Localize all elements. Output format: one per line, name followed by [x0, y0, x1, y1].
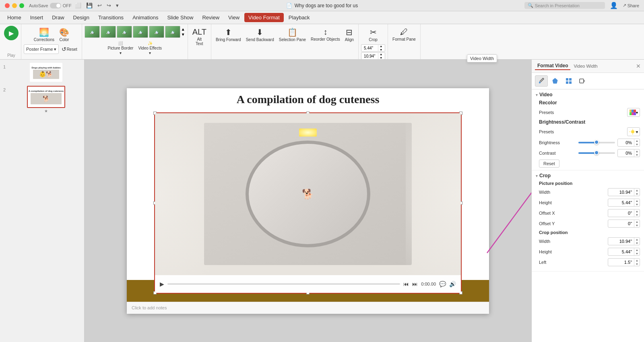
video-style-6[interactable]: [165, 26, 180, 38]
close-button[interactable]: [5, 3, 10, 8]
video-prev[interactable]: ▲: [181, 27, 185, 31]
captions-button[interactable]: 💬: [439, 281, 446, 287]
slide-thumb-2[interactable]: 2 A compilation of dog cuteness 🐕 ★: [3, 86, 81, 113]
panel-icon-brush[interactable]: [535, 75, 548, 87]
video-container[interactable]: 🐕 ▶: [154, 112, 462, 294]
autosave-toggle[interactable]: [50, 3, 61, 8]
alt-text-button[interactable]: ALT Alt Text: [190, 26, 208, 48]
crop-pos-width-input[interactable]: 10.94" ▲ ▼: [608, 237, 640, 245]
video-style-2[interactable]: [101, 26, 116, 38]
panel-tab-format-video[interactable]: Format Video: [535, 62, 570, 70]
pic-height-down[interactable]: ▼: [634, 203, 640, 206]
poster-frame-button[interactable]: Poster Frame ▾: [24, 44, 59, 54]
menu-home[interactable]: Home: [3, 13, 25, 22]
brightness-down[interactable]: ▼: [634, 143, 640, 146]
brightness-slider-track[interactable]: [578, 142, 615, 143]
crop-height-down[interactable]: ▼: [378, 56, 384, 60]
share-button[interactable]: ↗ Share: [623, 3, 639, 8]
video-style-1[interactable]: [85, 26, 100, 38]
crop-width-input[interactable]: 5.44" ▲ ▼: [361, 44, 385, 52]
crop-width-down[interactable]: ▼: [378, 48, 384, 52]
panel-icon-video[interactable]: [576, 75, 589, 87]
reset-button[interactable]: ↺ Reset: [60, 44, 79, 54]
selection-pane-button[interactable]: 📋 Selection Pane: [277, 26, 308, 44]
offset-y-input[interactable]: 0" ▲ ▼: [608, 220, 640, 228]
crop-left-down[interactable]: ▼: [634, 262, 640, 266]
slide-title[interactable]: A compilation of dog cuteness: [127, 93, 489, 106]
crop-pos-height-down[interactable]: ▼: [634, 252, 640, 255]
offset-x-down[interactable]: ▼: [634, 213, 640, 217]
fullscreen-button[interactable]: [19, 3, 24, 8]
undo-icon[interactable]: ↩: [97, 2, 102, 8]
align-button[interactable]: ⊟ Align: [343, 26, 356, 44]
panel-icon-grid[interactable]: [562, 75, 575, 87]
crop-height-up[interactable]: ▲: [378, 52, 384, 56]
notes-area[interactable]: Click to add notes: [127, 302, 489, 314]
volume-button[interactable]: 🔊: [449, 281, 456, 287]
menu-insert[interactable]: Insert: [26, 13, 47, 22]
more-icon[interactable]: ▾: [116, 2, 119, 8]
contrast-down[interactable]: ▼: [634, 153, 640, 157]
menu-animations[interactable]: Animations: [128, 13, 162, 22]
video-style-4[interactable]: [133, 26, 148, 38]
crop-pos-width-down[interactable]: ▼: [634, 241, 640, 245]
slide-thumb-img-2[interactable]: A compilation of dog cuteness 🐕: [27, 86, 65, 108]
offset-x-input[interactable]: 0" ▲ ▼: [608, 209, 640, 217]
video-next[interactable]: ▼: [181, 32, 185, 37]
offset-x-up[interactable]: ▲: [634, 209, 640, 213]
minimize-button[interactable]: [12, 3, 17, 8]
panel-close-button[interactable]: ✕: [636, 63, 641, 69]
bc-presets-button[interactable]: ▾: [627, 127, 640, 136]
slide-thumb-img-1[interactable]: Dogs playing with babies 👶🐕: [30, 63, 62, 82]
redo-icon[interactable]: ↪: [107, 2, 111, 8]
menu-slideshow[interactable]: Slide Show: [163, 13, 197, 22]
brightness-slider-thumb[interactable]: [594, 140, 599, 145]
color-button[interactable]: 🎨 Color: [57, 26, 71, 44]
pic-width-input[interactable]: 10.94" ▲ ▼: [608, 188, 640, 196]
next-frame-button[interactable]: ⏭: [412, 281, 418, 287]
crop-section-header[interactable]: ▾ Crop: [536, 173, 640, 178]
contrast-slider-thumb[interactable]: [594, 150, 599, 155]
crop-pos-height-input[interactable]: 5.44" ▲ ▼: [608, 248, 640, 256]
search-box[interactable]: 🔍 Search in Presentation: [524, 2, 605, 9]
video-section-header[interactable]: ▾ Video: [536, 92, 640, 97]
format-pane-button[interactable]: 🖊 Format Pane: [390, 26, 418, 43]
pic-height-up[interactable]: ▲: [634, 199, 640, 203]
pic-width-down[interactable]: ▼: [634, 192, 640, 196]
contrast-input[interactable]: 0% ▲ ▼: [617, 149, 640, 157]
slide-canvas[interactable]: A compilation of dog cuteness: [127, 88, 489, 314]
menu-draw[interactable]: Draw: [48, 13, 68, 22]
video-style-3[interactable]: [117, 26, 132, 38]
menu-view[interactable]: View: [224, 13, 244, 22]
panel-tab-video-width[interactable]: Video Width: [572, 63, 599, 69]
video-style-5[interactable]: [149, 26, 164, 38]
prev-frame-button[interactable]: ⏮: [403, 281, 409, 287]
menu-design[interactable]: Design: [69, 13, 93, 22]
corrections-button[interactable]: 🌅 Corrections: [32, 26, 56, 44]
menu-transitions[interactable]: Transitions: [94, 13, 128, 22]
crop-left-input[interactable]: 1.5" ▲ ▼: [608, 258, 640, 266]
crop-left-up[interactable]: ▲: [634, 259, 640, 262]
pic-height-input[interactable]: 5.44" ▲ ▼: [608, 199, 640, 207]
crop-width-up[interactable]: ▲: [378, 44, 384, 48]
bring-forward-button[interactable]: ⬆ Bring Forward: [214, 26, 243, 44]
contrast-slider-track[interactable]: [578, 152, 615, 154]
recolor-presets-button[interactable]: ▾: [627, 108, 640, 117]
reorder-objects-button[interactable]: ↕ Reorder Objects: [309, 26, 342, 44]
panel-icon-pentagon[interactable]: [549, 75, 561, 87]
crop-pos-height-up[interactable]: ▲: [634, 248, 640, 252]
save-icon[interactable]: 💾: [86, 2, 93, 8]
picture-border-button[interactable]: ⬜ Picture Border ▾: [105, 39, 135, 57]
offset-y-down[interactable]: ▼: [634, 224, 640, 227]
play-control-button[interactable]: ▶: [160, 281, 164, 287]
brightness-input[interactable]: 0% ▲ ▼: [617, 139, 640, 147]
video-effects-button[interactable]: ✨ Video Effects ▾: [136, 39, 164, 57]
menu-video-format[interactable]: Video Format: [244, 13, 284, 22]
brightness-up[interactable]: ▲: [634, 139, 640, 143]
progress-bar[interactable]: [167, 283, 400, 285]
send-backward-button[interactable]: ⬇ Send Backward: [244, 26, 276, 44]
crop-height-input[interactable]: 10.94" ▲ ▼: [361, 52, 385, 60]
pic-width-up[interactable]: ▲: [634, 189, 640, 192]
bc-reset-button[interactable]: Reset: [539, 160, 559, 168]
slide-thumb-1[interactable]: 1 Dogs playing with babies 👶🐕: [3, 63, 81, 83]
